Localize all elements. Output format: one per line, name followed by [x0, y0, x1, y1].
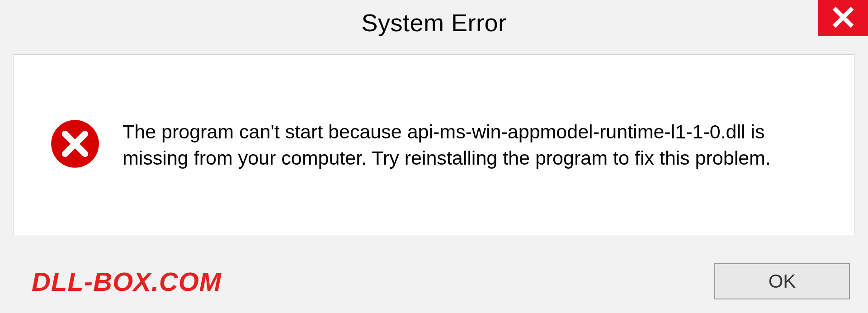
ok-button[interactable]: OK: [714, 263, 850, 299]
titlebar: System Error: [0, 0, 868, 45]
ok-button-label: OK: [769, 270, 796, 292]
error-message: The program can't start because api-ms-w…: [123, 119, 827, 171]
error-icon: [50, 119, 100, 171]
window-title: System Error: [361, 9, 506, 37]
watermark-text: DLL-BOX.COM: [32, 266, 222, 297]
close-button[interactable]: [818, 0, 868, 36]
message-panel: The program can't start because api-ms-w…: [14, 54, 854, 235]
close-icon: [832, 6, 854, 30]
footer: DLL-BOX.COM OK: [14, 250, 854, 313]
